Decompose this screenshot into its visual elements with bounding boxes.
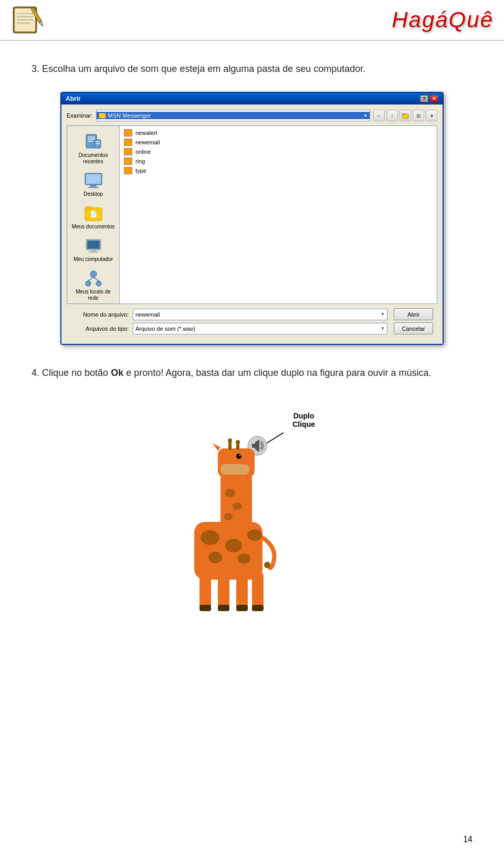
right-logo: HagáQuê: [392, 7, 494, 33]
giraffe-container: Duplo Clique: [147, 396, 357, 616]
file-item-newalert[interactable]: newalert: [122, 128, 435, 138]
step4-text: 4. Clique no botão Ok e pronto! Agora, b…: [32, 366, 472, 380]
new-folder-button[interactable]: [400, 110, 411, 121]
views-button[interactable]: ⊞: [413, 110, 424, 121]
sidebar-item-network[interactable]: Meus locais de rede: [70, 267, 117, 303]
open-dialog: Abrir ? ✕ Examinar: MSN Messenger ▼: [60, 92, 444, 345]
my-computer-label: Meu computador: [74, 256, 113, 263]
svg-point-47: [228, 438, 232, 443]
file-item-type[interactable]: type: [122, 166, 435, 175]
svg-point-30: [96, 281, 101, 286]
svg-rect-27: [89, 251, 98, 253]
main-content: 3. Escolha um arquivo de som que esteja …: [0, 41, 504, 637]
my-docs-label: Meus documentos: [72, 224, 115, 230]
filename-combo[interactable]: newemail ▼: [133, 309, 387, 320]
newemail-name: newemail: [135, 139, 160, 145]
dialog-body: Examinar: MSN Messenger ▼ ← ↑: [61, 104, 443, 344]
sidebar-item-recent-docs[interactable]: Documentos recentes: [70, 130, 117, 167]
svg-rect-9: [402, 113, 405, 114]
svg-text:📄: 📄: [89, 210, 97, 218]
dialog-titlebar-buttons: ? ✕: [420, 95, 438, 102]
new-folder-icon: [402, 112, 409, 119]
dialog-close-button[interactable]: ✕: [430, 95, 438, 102]
svg-rect-57: [252, 605, 264, 611]
online-icon: [124, 148, 132, 155]
type-name: type: [135, 167, 146, 174]
dialog-titlebar: Abrir ? ✕: [61, 93, 443, 104]
svg-point-28: [90, 271, 97, 277]
svg-rect-20: [88, 187, 99, 188]
dialog-title: Abrir: [66, 95, 81, 102]
filename-row: Nome do arquivo: newemail ▼ Abrir: [71, 308, 433, 320]
svg-rect-18: [86, 174, 101, 184]
desktop-label: Desktop: [83, 191, 103, 197]
open-button[interactable]: Abrir: [394, 308, 433, 320]
examine-label: Examinar:: [67, 112, 93, 119]
filetype-arrow-icon: ▼: [381, 326, 385, 331]
online-name: online: [135, 149, 151, 155]
page-header: HagáQuê: [0, 0, 504, 41]
sidebar-item-my-docs[interactable]: 📄 Meus documentos: [70, 202, 117, 232]
svg-point-58: [201, 530, 219, 545]
network-label: Meus locais de rede: [72, 289, 115, 301]
tools-button[interactable]: ▾: [426, 110, 437, 121]
svg-rect-39: [220, 469, 252, 532]
back-button[interactable]: ←: [373, 110, 385, 121]
newalert-icon: [124, 129, 132, 137]
combo-arrow-icon: ▼: [363, 113, 368, 118]
svg-rect-16: [96, 143, 100, 144]
svg-point-29: [86, 281, 91, 286]
svg-rect-22: [85, 207, 92, 209]
svg-rect-55: [218, 605, 229, 611]
selected-folder-name: MSN Messenger: [108, 112, 151, 119]
newalert-name: newalert: [135, 130, 158, 136]
svg-rect-25: [87, 240, 100, 249]
svg-marker-7: [39, 21, 44, 27]
svg-point-61: [238, 553, 250, 564]
dialog-toolbar: Examinar: MSN Messenger ▼ ← ↑: [67, 110, 437, 121]
filename-value: newemail: [135, 311, 160, 318]
svg-rect-56: [236, 605, 248, 611]
sidebar-item-desktop[interactable]: Desktop: [70, 169, 117, 200]
svg-rect-26: [91, 250, 96, 251]
step3-text: 3. Escolha um arquivo de som que esteja …: [32, 62, 472, 76]
filename-label: Nome do arquivo:: [71, 311, 129, 318]
dialog-help-button[interactable]: ?: [420, 95, 428, 102]
svg-line-31: [88, 277, 93, 281]
filetype-value: Arquivo de som (*.wav): [135, 326, 195, 332]
svg-rect-15: [96, 141, 100, 142]
svg-point-62: [208, 552, 222, 563]
up-button[interactable]: ↑: [386, 110, 398, 121]
dialog-split: Documentos recentes Desktop: [67, 125, 437, 304]
type-icon: [124, 167, 132, 174]
file-item-ring[interactable]: ring: [122, 156, 435, 166]
recent-docs-label: Documentos recentes: [72, 152, 115, 165]
recent-docs-icon: [84, 132, 103, 151]
svg-marker-44: [213, 443, 220, 451]
folder-selected: MSN Messenger ▼: [97, 112, 370, 119]
dialog-filelist[interactable]: newalert newemail online ring: [120, 126, 437, 303]
left-logo-icon: [10, 4, 47, 36]
newemail-icon: [124, 139, 132, 146]
my-docs-icon: 📄: [84, 204, 103, 223]
sidebar-item-my-computer[interactable]: Meu computador: [70, 234, 117, 265]
filetype-label: Arquivos do tipo:: [71, 326, 129, 332]
cancel-button[interactable]: Cancelar: [394, 322, 433, 334]
folder-combo[interactable]: MSN Messenger ▼: [96, 110, 370, 121]
file-item-online[interactable]: online: [122, 147, 435, 156]
svg-point-49: [264, 562, 270, 568]
svg-point-43: [239, 454, 241, 456]
svg-rect-12: [88, 139, 95, 140]
file-item-newemail[interactable]: newemail: [122, 138, 435, 147]
svg-point-65: [224, 513, 233, 520]
filetype-combo[interactable]: Arquivo de som (*.wav) ▼: [133, 323, 387, 334]
svg-point-59: [225, 539, 242, 552]
giraffe-image: [147, 417, 315, 616]
svg-point-63: [225, 489, 235, 497]
svg-rect-13: [88, 141, 93, 142]
filetype-row: Arquivos do tipo: Arquivo de som (*.wav)…: [71, 322, 433, 334]
desktop-icon: [84, 171, 103, 190]
svg-rect-54: [200, 605, 211, 611]
svg-point-64: [233, 502, 242, 510]
svg-rect-11: [88, 137, 95, 138]
